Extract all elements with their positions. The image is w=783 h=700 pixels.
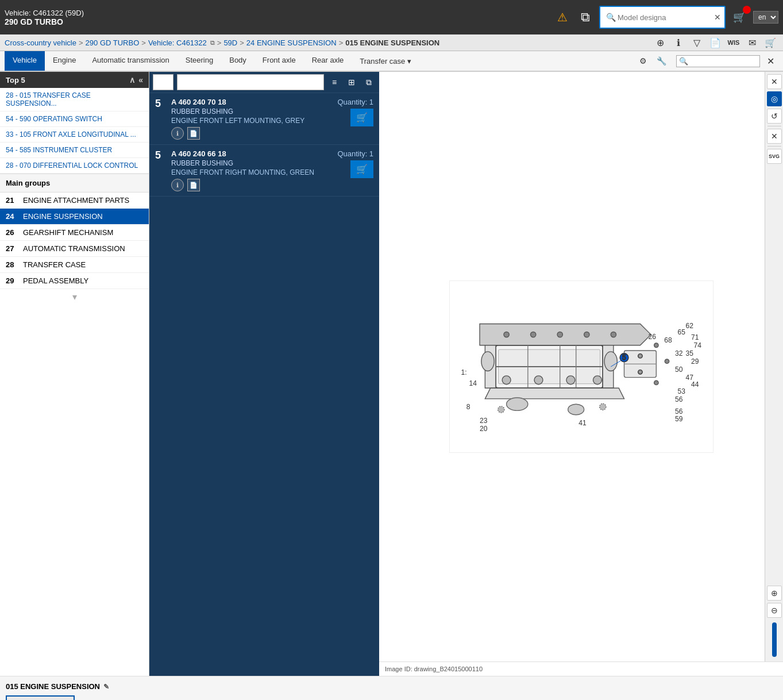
wis-toolbar-icon[interactable]: WIS xyxy=(726,34,742,51)
part-info-icon-1[interactable]: ℹ xyxy=(171,179,184,191)
svg-text:68: 68 xyxy=(664,336,672,344)
vehicle-id: Vehicle: C461322 (59D) xyxy=(5,9,84,17)
top5-item-0[interactable]: 28 - 015 TRANSFER CASE SUSPENSION... xyxy=(0,88,149,111)
model-search-box: 🔍 ✕ xyxy=(599,6,726,29)
diagram-eye-icon[interactable]: ◎ xyxy=(767,91,782,106)
diagram-zoom-in-icon[interactable]: ⊕ xyxy=(767,586,782,601)
scroll-thumb[interactable] xyxy=(772,622,777,657)
zoom-in-toolbar-icon[interactable]: ⊕ xyxy=(652,34,668,51)
search-clear-icon[interactable]: ✕ xyxy=(714,13,721,22)
group-item-26[interactable]: 26 GEARSHIFT MECHANISM xyxy=(0,225,149,241)
scroll-indicator: ▾ xyxy=(0,289,149,305)
diagram-svg-icon[interactable]: SVG xyxy=(767,149,782,164)
copy-vehicle-icon[interactable]: ⧉ xyxy=(576,8,595,26)
svg-text:14: 14 xyxy=(469,379,477,387)
tab-rear-axle[interactable]: Rear axle xyxy=(304,51,352,71)
filter-toolbar-icon[interactable]: ▽ xyxy=(689,34,705,51)
svg-text:65: 65 xyxy=(677,328,685,336)
add-to-cart-btn-0[interactable]: 🛒 xyxy=(350,109,373,126)
tab-engine[interactable]: Engine xyxy=(45,51,84,71)
list-view-icon[interactable]: ≡ xyxy=(327,75,341,89)
top5-item-1[interactable]: 54 - 590 OPERATING SWITCH xyxy=(0,111,149,127)
diagram-zoom-out-icon[interactable]: ⊖ xyxy=(767,603,782,618)
top5-item-3[interactable]: 54 - 585 INSTRUMENT CLUSTER xyxy=(0,143,149,158)
breadcrumb-item-3[interactable]: 59D xyxy=(223,39,237,47)
svg-point-3 xyxy=(604,352,617,371)
part-doc-icon-0[interactable]: 📄 xyxy=(187,127,200,140)
edit-icon[interactable]: ✎ xyxy=(103,683,109,691)
top5-item-2[interactable]: 33 - 105 FRONT AXLE LONGITUDINAL ... xyxy=(0,127,149,143)
tab-transfer-case[interactable]: Transfer case ▾ xyxy=(352,52,419,70)
group-item-28[interactable]: 28 TRANSFER CASE xyxy=(0,257,149,273)
diagram-close-icon[interactable]: ✕ xyxy=(767,74,782,89)
mail-toolbar-icon[interactable]: ✉ xyxy=(744,34,760,51)
svg-point-20 xyxy=(638,370,642,374)
right-panel: 5 62 65 68 71 74 26 32 35 29 1: 14 50 47… xyxy=(379,72,783,676)
add-to-cart-btn-1[interactable]: 🛒 xyxy=(350,160,373,178)
group-item-24[interactable]: 24 ENGINE SUSPENSION xyxy=(0,209,149,225)
nav-search-clear-icon[interactable]: ✕ xyxy=(762,53,778,69)
breadcrumb-item-4[interactable]: 24 ENGINE SUSPENSION xyxy=(246,39,337,47)
tab-front-axle[interactable]: Front axle xyxy=(254,51,304,71)
breadcrumb-copy-icon[interactable]: ⧉ xyxy=(210,39,215,47)
svg-text:1:: 1: xyxy=(461,368,466,376)
svg-point-14 xyxy=(534,376,543,384)
svg-text:23: 23 xyxy=(480,417,488,425)
cart-toolbar-icon[interactable]: 🛒 xyxy=(762,34,778,51)
group-num-28: 28 xyxy=(6,260,18,269)
grid-view-icon[interactable]: ⊞ xyxy=(345,75,358,89)
group-label-21: ENGINE ATTACHMENT PARTS xyxy=(23,196,129,205)
part-name-1: RUBBER BUSHING xyxy=(171,159,323,167)
tab-steering[interactable]: Steering xyxy=(178,51,221,71)
nav-search-input[interactable] xyxy=(688,57,757,65)
group-label-29: PEDAL ASSEMBLY xyxy=(23,276,88,285)
svg-text:59: 59 xyxy=(674,415,682,423)
qty-label-0: Quantity: 1 xyxy=(337,98,373,106)
diagram-right-sidebar: ✕ ◎ ↺ ✕ SVG ⊕ ⊖ xyxy=(765,72,783,661)
breadcrumb-item-1[interactable]: 290 GD TURBO xyxy=(86,39,140,47)
settings-icon[interactable]: ⚙ xyxy=(635,53,651,69)
model-search-input[interactable] xyxy=(618,13,714,22)
svg-point-15 xyxy=(566,376,574,384)
part-doc-icon-1[interactable]: 📄 xyxy=(187,179,200,191)
group-item-29[interactable]: 29 PEDAL ASSEMBLY xyxy=(0,273,149,289)
part-qty-1: Quantity: 1 🛒 xyxy=(327,149,373,178)
top5-item-4[interactable]: 28 - 070 DIFFERENTIAL LOCK CONTROL xyxy=(0,158,149,174)
nav-tool-icon[interactable]: 🔧 xyxy=(653,53,669,69)
part-num-box xyxy=(153,74,173,90)
diagram-thumbnail-0[interactable] xyxy=(6,695,75,700)
diagram-history-icon[interactable]: ↺ xyxy=(767,109,782,124)
double-arrow-icon[interactable]: « xyxy=(138,75,143,84)
group-num-27: 27 xyxy=(6,244,18,253)
cart-icon[interactable]: 🛒 xyxy=(730,8,749,26)
svg-text:74: 74 xyxy=(693,341,701,349)
svg-point-2 xyxy=(481,352,493,371)
document-toolbar-icon[interactable]: 📄 xyxy=(707,34,723,51)
nav-search-box: 🔍 xyxy=(676,55,760,67)
collapse-icon[interactable]: ∧ xyxy=(129,75,135,84)
sidebar-divider-1 xyxy=(767,126,781,126)
svg-point-6 xyxy=(557,332,562,337)
expand-icon[interactable]: ⧉ xyxy=(362,75,376,89)
svg-text:44: 44 xyxy=(691,380,699,389)
alert-icon[interactable]: ⚠ xyxy=(553,8,572,26)
svg-point-5 xyxy=(530,332,535,337)
group-item-27[interactable]: 27 AUTOMATIC TRANSMISSION xyxy=(0,241,149,257)
tab-automatic-transmission[interactable]: Automatic transmission xyxy=(84,51,177,71)
info-toolbar-icon[interactable]: ℹ xyxy=(670,34,686,51)
parts-search-input[interactable] xyxy=(177,74,324,90)
group-label-28: TRANSFER CASE xyxy=(23,260,86,269)
part-card-1: 5 A 460 240 66 18 RUBBER BUSHING ENGINE … xyxy=(149,145,379,197)
breadcrumb-item-0[interactable]: Cross-country vehicle xyxy=(5,39,76,47)
group-item-21[interactable]: 21 ENGINE ATTACHMENT PARTS xyxy=(0,193,149,209)
breadcrumb-current: 015 ENGINE SUSPENSION xyxy=(345,39,439,47)
part-info-icon-0[interactable]: ℹ xyxy=(171,127,184,140)
main-groups-header: Main groups xyxy=(0,174,149,193)
diagram-x-icon[interactable]: ✕ xyxy=(767,129,782,144)
language-selector[interactable]: en de fr xyxy=(753,11,778,24)
tab-body[interactable]: Body xyxy=(221,51,254,71)
search-icon: 🔍 xyxy=(604,8,618,26)
tab-vehicle[interactable]: Vehicle xyxy=(5,51,45,71)
breadcrumb-item-2[interactable]: Vehicle: C461322 xyxy=(148,39,207,47)
group-label-27: AUTOMATIC TRANSMISSION xyxy=(23,244,125,253)
